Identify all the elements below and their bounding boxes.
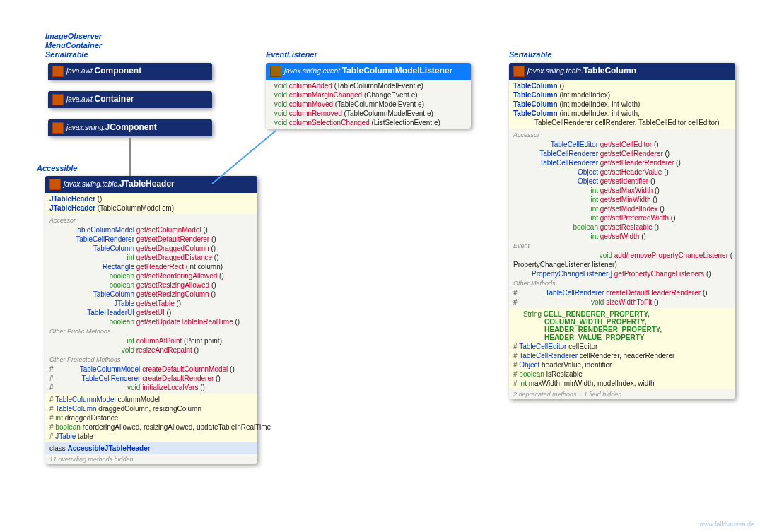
method-row: Object get/setHeaderValue () <box>513 167 731 177</box>
method-row: void columnRemoved (TableColumnModelEven… <box>270 109 467 118</box>
ctor-row: TableColumn () <box>513 81 731 90</box>
method-row: # void initializeLocalVars () <box>49 383 253 392</box>
watermark: www.falkhausen.de <box>699 521 754 528</box>
section-accessor: Accessor <box>513 130 731 140</box>
method-row: void resizeAndRepaint () <box>49 345 253 355</box>
method-row: # TableCellRenderer createDefaultRendere… <box>49 374 253 383</box>
method-row: void columnAdded (TableColumnModelEvent … <box>270 81 467 90</box>
class-container: java.awt.Container <box>48 91 212 108</box>
method-row: # TableColumnModel createDefaultColumnMo… <box>49 365 253 374</box>
ctor-row: TableColumn (int modelIndex, int width) <box>513 100 731 109</box>
field-row: # TableCellEditor cellEditor <box>513 342 731 351</box>
field-row: # TableCellRenderer cellRenderer, header… <box>513 351 731 360</box>
ctor-row: TableColumn (int modelIndex, int width, <box>513 109 731 118</box>
class-component: java.awt.Component <box>48 63 212 80</box>
field-row: # Object headerValue, identifier <box>513 360 731 370</box>
method-row: Rectangle getHeaderRect (int column) <box>49 262 253 271</box>
section-other-public: Other Public Methods <box>49 326 253 336</box>
ctor-row: JTableHeader (TableColumnModel cm) <box>49 203 253 213</box>
method-row: int get/setMaxWidth () <box>513 186 731 195</box>
field-row: # TableColumn draggedColumn, resizingCol… <box>49 404 253 413</box>
method-row: TableColumn get/setResizingColumn () <box>49 290 253 299</box>
method-row: boolean get/setUpdateTableInRealTime () <box>49 317 253 326</box>
method-row: TableColumnModel get/setColumnModel () <box>49 225 253 235</box>
method-row: void columnMoved (TableColumnModelEvent … <box>270 100 467 109</box>
section-other-methods: Other Methods <box>513 278 731 288</box>
class-jcomponent: javax.swing.JComponent <box>48 119 212 136</box>
field-row: # int draggedDistance <box>49 413 253 422</box>
iface-tablecolumnmodellistener-box: javax.swing.event.TableColumnModelListen… <box>266 63 471 129</box>
section-other-protected: Other Protected Methods <box>49 355 253 365</box>
method-row: TableColumn get/setDraggedColumn () <box>49 244 253 253</box>
class-tablecolumn: javax.swing.table.TableColumn TableColum… <box>509 63 735 399</box>
method-row: int get/setMinWidth () <box>513 195 731 204</box>
field-row: # JTable table <box>49 432 253 441</box>
iface-imageobserver: ImageObserver <box>45 32 102 40</box>
method-row: int get/setPreferredWidth () <box>513 213 731 223</box>
ctor-row: JTableHeader () <box>49 194 253 203</box>
method-row: # void sizeWidthToFit () <box>513 297 731 307</box>
method-row: void add/removePropertyChangeListener ( <box>513 251 731 260</box>
method-row: TableCellEditor get/setCellEditor () <box>513 140 731 149</box>
ctor-row: TableCellRenderer cellRenderer, TableCel… <box>513 118 731 127</box>
class-icon <box>52 66 64 77</box>
class-icon <box>513 66 525 77</box>
iface-menucontainer: MenuContainer <box>45 41 102 49</box>
field-row: # int maxWidth, minWidth, modelIndex, wi… <box>513 379 731 388</box>
method-row: PropertyChangeListener[] getPropertyChan… <box>513 269 731 278</box>
class-jtableheader: javax.swing.table.JTableHeader JTableHea… <box>45 176 257 464</box>
interface-icon <box>270 66 281 77</box>
iface-accessible: Accessible <box>37 164 77 172</box>
iface-eventlistener: EventListener <box>266 50 317 59</box>
method-row: int get/setWidth () <box>513 232 731 241</box>
section-event: Event <box>513 241 731 251</box>
method-row: int get/setModelIndex () <box>513 204 731 213</box>
method-row: boolean get/setResizable () <box>513 223 731 232</box>
iface-serializable-2: Serializable <box>509 50 552 59</box>
method-row: TableCellRenderer get/setDefaultRenderer… <box>49 235 253 244</box>
method-row: void columnMarginChanged (ChangeEvent e) <box>270 90 467 100</box>
method-row: boolean get/setReorderingAllowed () <box>49 271 253 280</box>
method-row: PropertyChangeListener listener) <box>513 260 731 269</box>
method-row: TableCellRenderer get/setHeaderRenderer … <box>513 158 731 167</box>
method-row: Object get/setIdentifier () <box>513 177 731 186</box>
class-icon <box>52 94 64 105</box>
iface-serializable: Serializable <box>45 50 88 59</box>
field-row: # TableColumnModel columnModel <box>49 395 253 404</box>
method-row: TableCellRenderer get/setCellRenderer () <box>513 149 731 158</box>
method-row: TableHeaderUI get/setUI () <box>49 308 253 317</box>
jth-footer: 11 overriding methods hidden <box>45 454 257 464</box>
method-row: int get/setDraggedDistance () <box>49 253 253 262</box>
field-row: # boolean reorderingAllowed, resizingAll… <box>49 422 253 432</box>
method-row: # TableCellRenderer createDefaultHeaderR… <box>513 288 731 297</box>
method-row: void columnSelectionChanged (ListSelecti… <box>270 118 467 127</box>
class-icon <box>52 122 64 134</box>
method-row: int columnAtPoint (Point point) <box>49 336 253 345</box>
class-icon <box>49 179 61 190</box>
section-accessor: Accessor <box>49 215 253 225</box>
field-row: # boolean isResizable <box>513 370 731 379</box>
method-row: boolean get/setResizingAllowed () <box>49 280 253 290</box>
tc-footer: 2 deprecated methods + 1 field hidden <box>509 389 735 399</box>
ctor-row: TableColumn (int modelIndex) <box>513 90 731 100</box>
method-row: JTable get/setTable () <box>49 299 253 308</box>
